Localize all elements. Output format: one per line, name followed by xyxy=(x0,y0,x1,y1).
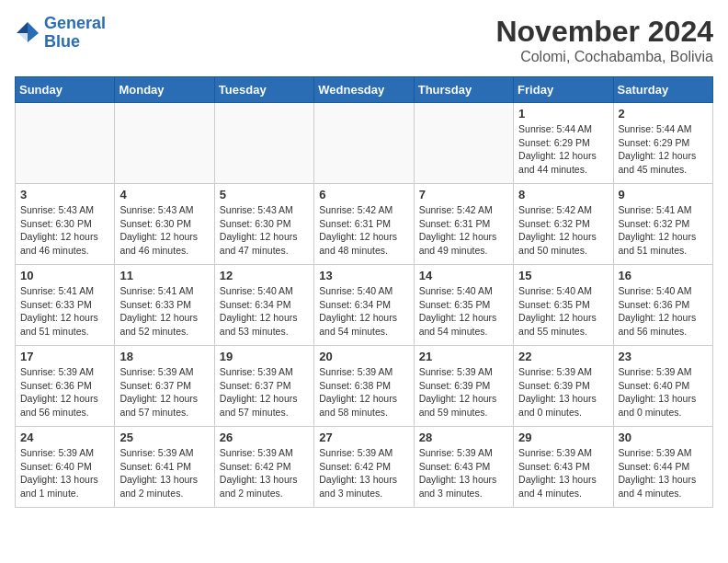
day-cell-25: 25Sunrise: 5:39 AM Sunset: 6:41 PM Dayli… xyxy=(115,427,214,508)
weekday-header-thursday: Thursday xyxy=(414,77,513,103)
day-cell-8: 8Sunrise: 5:42 AM Sunset: 6:32 PM Daylig… xyxy=(514,184,613,265)
day-info: Sunrise: 5:39 AM Sunset: 6:37 PM Dayligh… xyxy=(119,365,209,419)
title-area: November 2024 Colomi, Cochabamba, Bolivi… xyxy=(495,15,713,65)
svg-marker-1 xyxy=(28,22,39,42)
month-year-title: November 2024 xyxy=(495,15,713,49)
day-number: 10 xyxy=(20,269,109,282)
day-info: Sunrise: 5:40 AM Sunset: 6:35 PM Dayligh… xyxy=(419,284,508,339)
weekday-header-row: SundayMondayTuesdayWednesdayThursdayFrid… xyxy=(16,77,713,103)
day-number: 25 xyxy=(119,431,209,444)
day-number: 29 xyxy=(518,431,608,444)
day-cell-17: 17Sunrise: 5:39 AM Sunset: 6:36 PM Dayli… xyxy=(16,346,115,427)
day-number: 4 xyxy=(119,188,209,201)
empty-cell xyxy=(115,103,214,184)
weekday-header-tuesday: Tuesday xyxy=(214,77,313,103)
week-row-1: 1Sunrise: 5:44 AM Sunset: 6:29 PM Daylig… xyxy=(16,103,713,184)
day-cell-24: 24Sunrise: 5:39 AM Sunset: 6:40 PM Dayli… xyxy=(16,427,115,508)
weekday-header-friday: Friday xyxy=(514,77,613,103)
day-cell-10: 10Sunrise: 5:41 AM Sunset: 6:33 PM Dayli… xyxy=(16,265,115,346)
day-info: Sunrise: 5:39 AM Sunset: 6:43 PM Dayligh… xyxy=(419,446,508,500)
logo-general: General xyxy=(44,14,106,32)
day-info: Sunrise: 5:39 AM Sunset: 6:42 PM Dayligh… xyxy=(220,446,309,500)
day-number: 18 xyxy=(119,350,209,363)
day-cell-18: 18Sunrise: 5:39 AM Sunset: 6:37 PM Dayli… xyxy=(115,346,214,427)
empty-cell xyxy=(214,103,313,184)
day-info: Sunrise: 5:39 AM Sunset: 6:42 PM Dayligh… xyxy=(319,446,408,500)
day-number: 1 xyxy=(518,107,608,121)
day-info: Sunrise: 5:39 AM Sunset: 6:44 PM Dayligh… xyxy=(619,446,708,500)
day-cell-2: 2Sunrise: 5:44 AM Sunset: 6:29 PM Daylig… xyxy=(613,103,712,184)
day-info: Sunrise: 5:42 AM Sunset: 6:31 PM Dayligh… xyxy=(319,203,408,258)
day-cell-14: 14Sunrise: 5:40 AM Sunset: 6:35 PM Dayli… xyxy=(414,265,513,346)
calendar-table: SundayMondayTuesdayWednesdayThursdayFrid… xyxy=(15,76,713,508)
day-info: Sunrise: 5:44 AM Sunset: 6:29 PM Dayligh… xyxy=(518,122,608,177)
day-cell-26: 26Sunrise: 5:39 AM Sunset: 6:42 PM Dayli… xyxy=(214,427,313,508)
day-number: 16 xyxy=(619,269,708,282)
week-row-2: 3Sunrise: 5:43 AM Sunset: 6:30 PM Daylig… xyxy=(16,184,713,265)
logo-blue: Blue xyxy=(44,32,80,51)
day-info: Sunrise: 5:39 AM Sunset: 6:41 PM Dayligh… xyxy=(119,446,209,500)
day-cell-13: 13Sunrise: 5:40 AM Sunset: 6:34 PM Dayli… xyxy=(314,265,414,346)
day-number: 9 xyxy=(619,188,708,201)
empty-cell xyxy=(16,103,115,184)
day-cell-1: 1Sunrise: 5:44 AM Sunset: 6:29 PM Daylig… xyxy=(514,103,613,184)
day-number: 30 xyxy=(619,431,708,444)
day-info: Sunrise: 5:40 AM Sunset: 6:34 PM Dayligh… xyxy=(319,284,408,339)
day-number: 6 xyxy=(319,188,408,201)
day-cell-9: 9Sunrise: 5:41 AM Sunset: 6:32 PM Daylig… xyxy=(613,184,712,265)
day-cell-29: 29Sunrise: 5:39 AM Sunset: 6:43 PM Dayli… xyxy=(514,427,613,508)
day-cell-19: 19Sunrise: 5:39 AM Sunset: 6:37 PM Dayli… xyxy=(214,346,313,427)
day-number: 8 xyxy=(518,188,608,201)
day-info: Sunrise: 5:39 AM Sunset: 6:39 PM Dayligh… xyxy=(518,365,608,419)
day-number: 22 xyxy=(518,350,608,363)
day-cell-5: 5Sunrise: 5:43 AM Sunset: 6:30 PM Daylig… xyxy=(214,184,313,265)
day-number: 15 xyxy=(518,269,608,282)
location-subtitle: Colomi, Cochabamba, Bolivia xyxy=(495,49,713,65)
week-row-3: 10Sunrise: 5:41 AM Sunset: 6:33 PM Dayli… xyxy=(16,265,713,346)
day-number: 28 xyxy=(419,431,508,444)
day-number: 5 xyxy=(220,188,309,201)
day-cell-27: 27Sunrise: 5:39 AM Sunset: 6:42 PM Dayli… xyxy=(314,427,414,508)
day-number: 17 xyxy=(20,350,109,363)
logo: General Blue xyxy=(15,15,106,52)
logo-text: General Blue xyxy=(44,15,106,52)
day-info: Sunrise: 5:39 AM Sunset: 6:43 PM Dayligh… xyxy=(518,446,608,500)
day-number: 2 xyxy=(619,107,708,121)
day-info: Sunrise: 5:39 AM Sunset: 6:37 PM Dayligh… xyxy=(220,365,309,419)
day-number: 23 xyxy=(619,350,708,363)
day-cell-3: 3Sunrise: 5:43 AM Sunset: 6:30 PM Daylig… xyxy=(16,184,115,265)
weekday-header-monday: Monday xyxy=(115,77,214,103)
day-number: 13 xyxy=(319,269,408,282)
day-cell-21: 21Sunrise: 5:39 AM Sunset: 6:39 PM Dayli… xyxy=(414,346,513,427)
day-cell-7: 7Sunrise: 5:42 AM Sunset: 6:31 PM Daylig… xyxy=(414,184,513,265)
week-row-4: 17Sunrise: 5:39 AM Sunset: 6:36 PM Dayli… xyxy=(16,346,713,427)
day-info: Sunrise: 5:42 AM Sunset: 6:32 PM Dayligh… xyxy=(518,203,608,258)
day-info: Sunrise: 5:39 AM Sunset: 6:40 PM Dayligh… xyxy=(619,365,708,419)
day-number: 7 xyxy=(419,188,508,201)
day-info: Sunrise: 5:41 AM Sunset: 6:33 PM Dayligh… xyxy=(20,284,109,339)
page-header: General Blue November 2024 Colomi, Cocha… xyxy=(15,15,713,65)
day-info: Sunrise: 5:43 AM Sunset: 6:30 PM Dayligh… xyxy=(119,203,209,258)
day-cell-6: 6Sunrise: 5:42 AM Sunset: 6:31 PM Daylig… xyxy=(314,184,414,265)
weekday-header-sunday: Sunday xyxy=(16,77,115,103)
day-info: Sunrise: 5:40 AM Sunset: 6:35 PM Dayligh… xyxy=(518,284,608,339)
day-number: 11 xyxy=(119,269,209,282)
day-cell-20: 20Sunrise: 5:39 AM Sunset: 6:38 PM Dayli… xyxy=(314,346,414,427)
day-cell-4: 4Sunrise: 5:43 AM Sunset: 6:30 PM Daylig… xyxy=(115,184,214,265)
empty-cell xyxy=(414,103,513,184)
day-info: Sunrise: 5:44 AM Sunset: 6:29 PM Dayligh… xyxy=(619,122,708,177)
day-info: Sunrise: 5:41 AM Sunset: 6:33 PM Dayligh… xyxy=(119,284,209,339)
day-cell-15: 15Sunrise: 5:40 AM Sunset: 6:35 PM Dayli… xyxy=(514,265,613,346)
day-number: 21 xyxy=(419,350,508,363)
day-info: Sunrise: 5:39 AM Sunset: 6:38 PM Dayligh… xyxy=(319,365,408,419)
day-info: Sunrise: 5:39 AM Sunset: 6:39 PM Dayligh… xyxy=(419,365,508,419)
day-cell-12: 12Sunrise: 5:40 AM Sunset: 6:34 PM Dayli… xyxy=(214,265,313,346)
day-number: 19 xyxy=(220,350,309,363)
day-info: Sunrise: 5:40 AM Sunset: 6:34 PM Dayligh… xyxy=(220,284,309,339)
day-info: Sunrise: 5:43 AM Sunset: 6:30 PM Dayligh… xyxy=(220,203,309,258)
day-info: Sunrise: 5:39 AM Sunset: 6:40 PM Dayligh… xyxy=(20,446,109,500)
day-info: Sunrise: 5:40 AM Sunset: 6:36 PM Dayligh… xyxy=(619,284,708,339)
day-number: 26 xyxy=(220,431,309,444)
day-number: 3 xyxy=(20,188,109,201)
logo-icon xyxy=(15,20,40,46)
